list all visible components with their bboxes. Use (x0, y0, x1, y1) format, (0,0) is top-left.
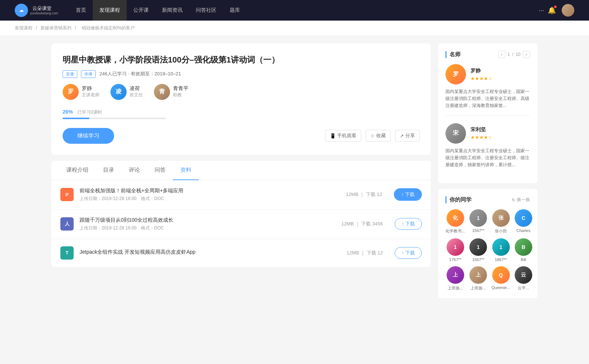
more-nav-button[interactable]: ··· (535, 7, 548, 14)
classmate-avatar: 上 (447, 266, 464, 284)
sidebar-teacher-desc: 国内某重点大学安全工程专业硕士，国家一级注册消防工程师、注册安全工程师、级注册建… (445, 147, 530, 169)
tab-问答[interactable]: 问答 (147, 161, 173, 180)
nav-item-公开课[interactable]: 公开课 (127, 0, 155, 21)
mobile-view-button[interactable]: 📱 手机观看 (325, 130, 361, 142)
tab-评论[interactable]: 评论 (121, 161, 147, 180)
teacher-role: 主讲老师 (82, 92, 99, 98)
logo[interactable]: ☁ 云朵课堂 yundouketang.com (15, 4, 58, 17)
classmate-item-1[interactable]: 1 1567** (469, 209, 487, 234)
classmate-item-4[interactable]: 1 1767** (445, 238, 465, 262)
sidebar-teacher-stars: ★★★★☆ (470, 135, 493, 140)
nav-item-首页[interactable]: 首页 (69, 0, 93, 21)
user-avatar[interactable] (562, 4, 574, 17)
classmate-item-10[interactable]: Q Queenie... (491, 266, 510, 291)
teacher-profile-header: 宋 宋利坚 ★★★★☆ (445, 123, 530, 144)
teacher-role: 班主任 (130, 92, 143, 98)
classmate-item-3[interactable]: C Charles (515, 209, 532, 234)
progress-bar-fill (63, 118, 89, 119)
breadcrumb-link-2[interactable]: 新媒体营销系列 (40, 25, 71, 31)
classmate-name: 上班族... (448, 285, 463, 291)
classmate-item-7[interactable]: B Bill (515, 238, 532, 262)
classmate-avatar-img: 1 (469, 209, 487, 227)
nav-item-发现课程[interactable]: 发现课程 (93, 0, 127, 21)
nav-item-题库[interactable]: 题库 (223, 0, 247, 21)
notification-bell[interactable]: 🔔 (548, 6, 556, 14)
classmate-item-8[interactable]: 上 上班族... (445, 266, 465, 291)
logo-sub: yundouketang.com (30, 11, 58, 15)
course-meta-text: 246人已学习 · 有效期至：2019–10–21 (99, 71, 181, 77)
header: ☁ 云朵课堂 yundouketang.com 首页发现课程公开课新闻资讯问答社… (0, 0, 589, 21)
header-right: 🔔 (548, 4, 574, 17)
sidebar-teacher-1: 宋 宋利坚 ★★★★☆ 国内某重点大学安全工程专业硕士，国家一级注册消防工程师、… (445, 123, 530, 169)
breadcrumb-sep-2: / (75, 25, 77, 31)
continue-learning-button[interactable]: 继续学习 (63, 128, 114, 144)
teacher-avatar-img: 青 (154, 84, 170, 100)
nav-item-问答社区[interactable]: 问答社区 (189, 0, 223, 21)
sidebar-teacher-info: 罗静 ★★★★☆ (470, 68, 493, 81)
download-button[interactable]: ↑ 下载 (394, 188, 422, 201)
download-button[interactable]: ↑ 下载 (395, 247, 422, 259)
progress-label: 26% (63, 109, 73, 115)
classmate-avatar-img: 1 (469, 238, 487, 256)
refresh-classmates-button[interactable]: ↻ 换一换 (512, 197, 530, 203)
classmates-title: 你的同学 (445, 196, 472, 203)
classmate-avatar-img: C (515, 209, 532, 227)
sidebar-teacher-info: 宋利坚 ★★★★☆ (470, 126, 493, 140)
page-total: 10 (516, 52, 521, 57)
logo-icon: ☁ (15, 4, 28, 17)
sidebar-avatar-img: 宋 (445, 123, 466, 144)
classmate-avatar-img: 1 (447, 238, 464, 256)
course-card: 明星中教授课，小学阶段语法100分–强化级第1讲动词（一） 直播 录播 246人… (52, 43, 431, 155)
classmate-item-0[interactable]: 化 化学教书... (445, 209, 465, 234)
file-icon: 人 (60, 217, 74, 231)
classmate-avatar: 化 (447, 209, 464, 227)
collect-button[interactable]: ☆ 收藏 (366, 130, 391, 142)
classmates-grid: 化 化学教书... 1 1567** 张 张小田 C Charles 1 176… (445, 209, 530, 291)
sidebar-teacher-name: 罗静 (470, 68, 493, 74)
nav-item-新闻资讯[interactable]: 新闻资讯 (155, 0, 189, 21)
tabs-container: 课程介绍目录评论问答资料 P 前端全栈加强版！前端全栈+全周期+多端应用 上传日… (52, 161, 431, 267)
classmate-avatar: 上 (469, 266, 487, 284)
avatar-image (562, 4, 574, 17)
file-item-0: P 前端全栈加强版！前端全栈+全周期+多端应用 上传日期：2019-12-28 … (52, 180, 431, 210)
breadcrumb: 发现课程 / 新媒体营销系列 / 销冠修炼术搞定80%的客户 (0, 21, 589, 36)
classmate-item-11[interactable]: 云 云平... (515, 266, 532, 291)
classmate-item-9[interactable]: 上 上班族... (469, 266, 487, 291)
classmate-item-6[interactable]: 1 1867** (491, 238, 510, 262)
teacher-name: 罗静 (82, 85, 99, 92)
prev-page-button[interactable]: ‹ (498, 51, 505, 58)
star-icon: ☆ (370, 133, 375, 139)
progress-section: 26% 已学习0课时 (63, 109, 420, 119)
teacher-name: 青青平 (173, 85, 188, 92)
breadcrumb-sep-1: / (36, 25, 38, 31)
teachers-sidebar-card: 名师 ‹ 1/10 › 罗 罗静 ★★★★☆ 国内某重点大学安全工程专业硕士，国… (438, 43, 537, 183)
classmate-avatar-img: 云 (515, 266, 532, 284)
action-buttons: 📱 手机观看 ☆ 收藏 ↗ 分享 (325, 130, 420, 142)
teacher-info: 青青平 助教 (173, 85, 188, 98)
classmate-item-2[interactable]: 张 张小田 (491, 209, 510, 234)
tab-目录[interactable]: 目录 (96, 161, 121, 180)
file-item-2: T Jetpack全组件实战 开发短视频应用高仿皮皮虾App 12MB ｜ 下载… (52, 239, 431, 267)
teacher-avatar-img: 凌 (110, 84, 127, 100)
teacher-role: 助教 (173, 92, 188, 98)
progress-bar-bg (63, 118, 166, 119)
tab-资料[interactable]: 资料 (173, 161, 199, 180)
classmate-name: Charles (516, 228, 530, 233)
classmate-name: 云平... (518, 285, 529, 291)
page-current: 1 (508, 52, 510, 57)
breadcrumb-link-1[interactable]: 发现课程 (15, 25, 32, 31)
classmate-item-5[interactable]: 1 1567** (469, 238, 487, 262)
sidebar-avatar-img: 罗 (445, 64, 466, 85)
teacher-item: 青 青青平 助教 (154, 84, 188, 100)
share-button[interactable]: ↗ 分享 (395, 130, 420, 142)
classmate-avatar-img: 上 (447, 266, 464, 284)
sidebar-teacher-desc: 国内某重点大学安全工程专业硕士，国家一级注册消防工程师、注册安全工程师、高级注册… (445, 88, 530, 110)
teacher-item: 凌 凌荷 班主任 (110, 84, 143, 100)
breadcrumb-current: 销冠修炼术搞定80%的客户 (82, 25, 135, 31)
sidebar-teachers-list: 罗 罗静 ★★★★☆ 国内某重点大学安全工程专业硕士，国家一级注册消防工程师、注… (445, 64, 530, 168)
classmate-avatar: C (515, 209, 532, 227)
next-page-button[interactable]: › (523, 51, 530, 58)
download-button[interactable]: ↑ 下载 (395, 218, 422, 230)
main-container: 明星中教授课，小学阶段语法100分–强化级第1讲动词（一） 直播 录播 246人… (37, 36, 552, 306)
tab-课程介绍[interactable]: 课程介绍 (59, 161, 96, 180)
